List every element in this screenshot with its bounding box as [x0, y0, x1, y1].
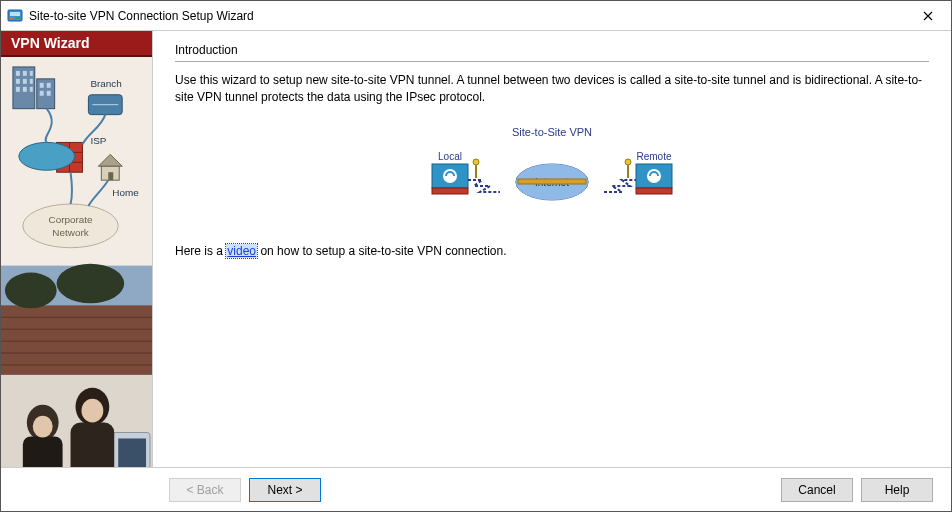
nav-button-group: < Back Next >: [169, 478, 321, 502]
svg-rect-8: [23, 71, 27, 76]
footer: < Back Next > Cancel Help: [1, 467, 951, 511]
svg-rect-9: [30, 71, 33, 76]
svg-rect-16: [40, 83, 44, 88]
wizard-window: Site-to-site VPN Connection Setup Wizard…: [0, 0, 952, 512]
svg-rect-19: [47, 91, 51, 96]
svg-rect-14: [23, 87, 27, 92]
svg-rect-7: [16, 71, 20, 76]
sidebar-label-branch: Branch: [90, 78, 121, 89]
svg-rect-10: [16, 79, 20, 84]
svg-point-59: [625, 159, 631, 165]
back-button[interactable]: < Back: [169, 478, 241, 502]
svg-rect-3: [16, 17, 20, 19]
video-prefix: Here is a: [175, 244, 226, 258]
diagram-remote-label: Remote: [636, 151, 671, 162]
svg-point-52: [473, 159, 479, 165]
video-suffix: on how to setup a site-to-site VPN conne…: [257, 244, 506, 258]
intro-paragraph: Use this wizard to setup new site-to-sit…: [175, 72, 929, 106]
diagram-local-label: Local: [438, 151, 462, 162]
cancel-button[interactable]: Cancel: [781, 478, 853, 502]
sidebar-label-isp: ISP: [90, 135, 106, 146]
svg-point-48: [33, 416, 53, 438]
help-button[interactable]: Help: [861, 478, 933, 502]
titlebar: Site-to-site VPN Connection Setup Wizard: [1, 1, 951, 31]
sidebar-graphic: Branch ISP: [1, 57, 152, 467]
video-line: Here is a video on how to setup a site-t…: [175, 244, 929, 258]
svg-rect-63: [636, 188, 672, 194]
sidebar-label-corp1: Corporate: [48, 214, 93, 225]
app-icon: [7, 8, 23, 24]
svg-rect-17: [47, 83, 51, 88]
svg-rect-29: [108, 172, 113, 180]
section-heading: Introduction: [175, 43, 929, 62]
sidebar: VPN Wizard: [1, 31, 153, 467]
next-button[interactable]: Next >: [249, 478, 321, 502]
svg-point-26: [19, 142, 75, 170]
svg-rect-2: [10, 17, 14, 19]
video-link[interactable]: video: [226, 244, 257, 258]
wizard-body: VPN Wizard: [1, 31, 951, 467]
svg-rect-12: [30, 79, 33, 84]
svg-rect-18: [40, 91, 44, 96]
svg-rect-58: [518, 179, 586, 184]
svg-rect-15: [30, 87, 33, 92]
diagram-title: Site-to-Site VPN: [512, 126, 592, 138]
sidebar-label-corp2: Network: [52, 227, 88, 238]
svg-rect-46: [71, 423, 115, 467]
svg-rect-51: [432, 188, 468, 194]
window-title: Site-to-site VPN Connection Setup Wizard: [29, 9, 905, 23]
svg-rect-13: [16, 87, 20, 92]
svg-rect-1: [10, 12, 20, 16]
svg-point-38: [5, 273, 57, 309]
vpn-diagram: Site-to-Site VPN Local Int: [175, 124, 929, 214]
sidebar-label-home: Home: [112, 187, 139, 198]
svg-point-39: [57, 264, 125, 304]
close-button[interactable]: [905, 1, 951, 31]
svg-rect-11: [23, 79, 27, 84]
svg-rect-44: [23, 436, 63, 467]
svg-rect-42: [118, 438, 146, 467]
svg-point-47: [81, 399, 103, 423]
svg-rect-6: [37, 79, 55, 109]
main-panel: Introduction Use this wizard to setup ne…: [153, 31, 951, 467]
sidebar-title: VPN Wizard: [1, 31, 152, 57]
